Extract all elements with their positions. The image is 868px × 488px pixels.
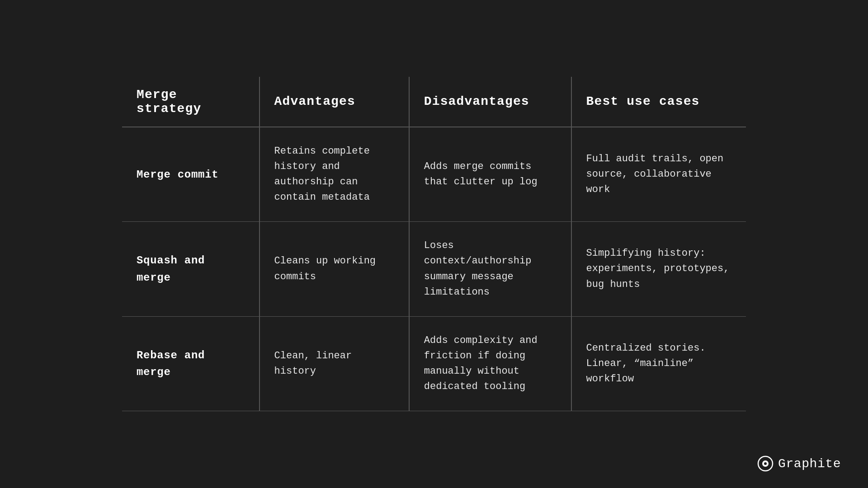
advantages-cell: Clean, linear history <box>259 316 409 411</box>
svg-point-2 <box>764 462 767 465</box>
table-row: Merge commit Retains complete history an… <box>122 127 746 222</box>
best-use-cases-cell: Full audit trails, open source, collabor… <box>571 127 746 222</box>
advantages-cell: Retains complete history and authorship … <box>259 127 409 222</box>
disadvantages-cell: Adds merge commits that clutter up log <box>409 127 571 222</box>
graphite-logo-icon <box>757 455 774 472</box>
strategy-name: Rebase and merge <box>122 316 259 411</box>
best-use-cases-cell: Centralized stories. Linear, “mainline” … <box>571 316 746 411</box>
disadvantages-cell: Loses context/authorship summary message… <box>409 222 571 316</box>
graphite-label: Graphite <box>778 457 841 471</box>
table-row: Squash and merge Cleans up working commi… <box>122 222 746 316</box>
best-use-cases-cell: Simplifying history: experiments, protot… <box>571 222 746 316</box>
graphite-branding: Graphite <box>757 455 841 472</box>
table-row: Rebase and merge Clean, linear history A… <box>122 316 746 411</box>
col-header-advantages: Advantages <box>259 77 409 127</box>
strategy-name: Squash and merge <box>122 222 259 316</box>
col-header-strategy: Merge strategy <box>122 77 259 127</box>
disadvantages-cell: Adds complexity and friction if doing ma… <box>409 316 571 411</box>
advantages-cell: Cleans up working commits <box>259 222 409 316</box>
strategy-name: Merge commit <box>122 127 259 222</box>
col-header-best-use-cases: Best use cases <box>571 77 746 127</box>
merge-strategy-table: Merge strategy Advantages Disadvantages … <box>122 77 746 411</box>
comparison-table-container: Merge strategy Advantages Disadvantages … <box>122 77 746 411</box>
col-header-disadvantages: Disadvantages <box>409 77 571 127</box>
